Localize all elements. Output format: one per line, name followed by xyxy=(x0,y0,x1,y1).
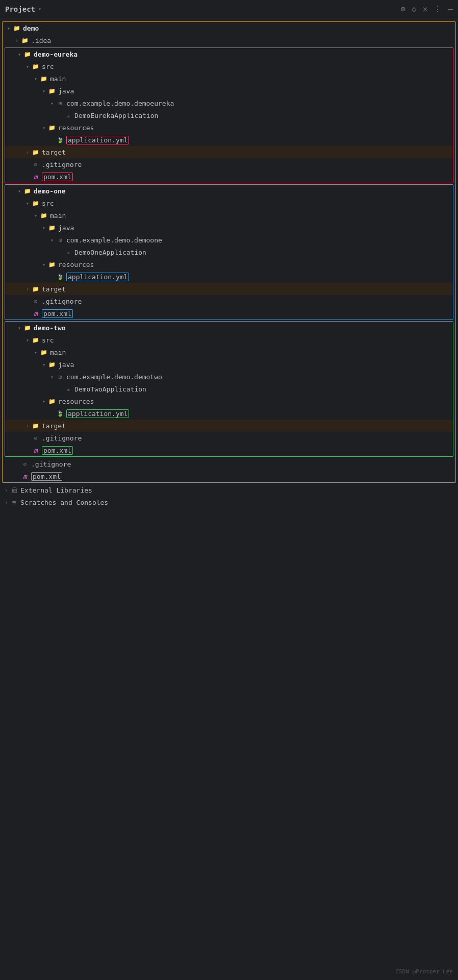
arrow-demo xyxy=(5,24,13,32)
scratches-icon: ≡ xyxy=(10,498,18,506)
demo-root-module: 📁 demo 📁 .idea 📁 demo-eureka xyxy=(2,21,456,483)
folder-icon-eureka-src: 📁 xyxy=(32,62,40,70)
tree-item-two-java[interactable]: 📁 java xyxy=(5,358,453,371)
two-src-label: src xyxy=(42,336,54,344)
close-icon[interactable]: ✕ xyxy=(423,4,428,14)
idea-label: .idea xyxy=(31,37,51,44)
chevron-down-icon[interactable]: ▾ xyxy=(38,6,41,12)
navigate-icon[interactable]: ◇ xyxy=(412,4,417,14)
folder-icon-two-target: 📁 xyxy=(32,422,40,430)
eureka-yml-label: application.yml xyxy=(66,136,129,144)
tree-item-one-resources[interactable]: 📁 resources xyxy=(5,258,453,271)
arrow-demo-two xyxy=(15,324,23,332)
eureka-pom-label: pom.xml xyxy=(42,173,73,181)
one-app-label: DemoOneApplication xyxy=(74,249,146,256)
two-resources-label: resources xyxy=(58,398,94,405)
one-gitignore-label: .gitignore xyxy=(42,298,82,305)
folder-icon-eureka-java: 📁 xyxy=(48,87,56,95)
yml-icon-one: 🍃 xyxy=(56,273,64,281)
maven-icon-root: m xyxy=(21,472,29,480)
tree-item-demo-eureka[interactable]: 📁 demo-eureka xyxy=(5,48,453,60)
header-title-group[interactable]: Project ▾ xyxy=(5,5,41,13)
tree-item-one-pom[interactable]: m pom.xml xyxy=(5,307,453,320)
two-package-label: com.example.demo.demotwo xyxy=(66,373,162,381)
tree-item-external-libraries[interactable]: 🏛 External Libraries xyxy=(0,484,458,496)
arrow-demo-one xyxy=(15,187,23,195)
arrow-eureka-src xyxy=(23,62,32,70)
menu-icon[interactable]: ⋮ xyxy=(434,4,442,14)
folder-icon-two-java: 📁 xyxy=(48,360,56,369)
eureka-app-label: DemoEurekaApplication xyxy=(74,112,158,119)
minimize-icon[interactable]: — xyxy=(448,4,453,14)
yml-icon-eureka: 🍃 xyxy=(56,136,64,144)
arrow-one-resources xyxy=(40,260,48,268)
folder-icon-demo-one: 📁 xyxy=(23,187,32,195)
arrow-one-src xyxy=(23,199,32,207)
tree-item-one-gitignore[interactable]: ⊘ .gitignore xyxy=(5,295,453,307)
tree-item-root-gitignore[interactable]: ⊘ .gitignore xyxy=(3,458,455,470)
one-java-label: java xyxy=(58,224,74,232)
eureka-java-label: java xyxy=(58,87,74,95)
tree-item-demo-one[interactable]: 📁 demo-one xyxy=(5,185,453,197)
arrow-one-target xyxy=(23,285,32,293)
arrow-two-resources xyxy=(40,397,48,405)
folder-icon-eureka-resources: 📁 xyxy=(48,124,56,132)
two-yml-label: application.yml xyxy=(66,409,129,418)
maven-icon-eureka: m xyxy=(32,173,40,181)
tree-item-two-pom[interactable]: m pom.xml xyxy=(5,444,453,456)
tree-item-eureka-pom[interactable]: m pom.xml xyxy=(5,170,453,183)
tree-item-one-package[interactable]: ⊞ com.example.demo.demoone xyxy=(5,234,453,246)
one-yml-label: application.yml xyxy=(66,273,129,281)
tree-item-two-gitignore[interactable]: ⊘ .gitignore xyxy=(5,432,453,444)
tree-item-two-package[interactable]: ⊞ com.example.demo.demotwo xyxy=(5,371,453,383)
tree-item-eureka-target[interactable]: 📁 target xyxy=(5,146,453,158)
one-src-label: src xyxy=(42,200,54,207)
external-libraries-label: External Libraries xyxy=(20,486,92,494)
tree-item-demo-one-app[interactable]: ☕ DemoOneApplication xyxy=(5,246,453,258)
tree-item-one-main[interactable]: 📁 main xyxy=(5,209,453,222)
tree-item-one-target[interactable]: 📁 target xyxy=(5,283,453,295)
demo-eureka-label: demo-eureka xyxy=(34,51,78,58)
tree-item-eureka-java[interactable]: 📁 java xyxy=(5,85,453,97)
tree-item-eureka-src[interactable]: 📁 src xyxy=(5,60,453,72)
tree-item-one-java[interactable]: 📁 java xyxy=(5,222,453,234)
tree-item-two-resources[interactable]: 📁 resources xyxy=(5,395,453,407)
tree-item-eureka-gitignore[interactable]: ⊘ .gitignore xyxy=(5,158,453,170)
add-icon[interactable]: ⊕ xyxy=(400,4,405,14)
tree-item-two-target[interactable]: 📁 target xyxy=(5,420,453,432)
tree-item-eureka-resources[interactable]: 📁 resources xyxy=(5,121,453,134)
maven-icon-one: m xyxy=(32,309,40,317)
folder-icon-one-java: 📁 xyxy=(48,224,56,232)
eureka-gitignore-label: .gitignore xyxy=(42,161,82,168)
tree-item-eureka-yml[interactable]: 🍃 application.yml xyxy=(5,134,453,146)
tree-item-one-yml[interactable]: 🍃 application.yml xyxy=(5,271,453,283)
maven-icon-two: m xyxy=(32,446,40,454)
tree-item-scratches-consoles[interactable]: ≡ Scratches and Consoles xyxy=(0,496,458,508)
arrow-two-java xyxy=(40,360,48,369)
package-icon-two: ⊞ xyxy=(56,373,64,381)
arrow-two-target xyxy=(23,422,32,430)
header-actions: ⊕ ◇ ✕ ⋮ — xyxy=(400,4,453,14)
tree-item-two-src[interactable]: 📁 src xyxy=(5,334,453,346)
folder-icon-idea: 📁 xyxy=(21,36,29,44)
tree-item-two-main[interactable]: 📁 main xyxy=(5,346,453,358)
tree-item-root-pom[interactable]: m pom.xml xyxy=(3,470,455,482)
tree-item-demo[interactable]: 📁 demo xyxy=(3,22,455,34)
java-icon-eureka-app: ☕ xyxy=(64,111,72,119)
tree-item-eureka-package[interactable]: ⊞ com.example.demo.demoeureka xyxy=(5,97,453,109)
folder-icon-demo-eureka: 📁 xyxy=(23,50,32,58)
tree-item-demo-eureka-app[interactable]: ☕ DemoEurekaApplication xyxy=(5,109,453,121)
eureka-main-label: main xyxy=(50,75,66,83)
eureka-package-label: com.example.demo.demoeureka xyxy=(66,100,174,107)
panel-title: Project xyxy=(5,5,35,13)
tree-item-demo-two[interactable]: 📁 demo-two xyxy=(5,322,453,334)
tree-item-demo-two-app[interactable]: ☕ DemoTwoApplication xyxy=(5,383,453,395)
demo-one-label: demo-one xyxy=(34,187,66,195)
tree-item-eureka-main[interactable]: 📁 main xyxy=(5,72,453,85)
arrow-eureka-package xyxy=(48,99,56,107)
tree-item-two-yml[interactable]: 🍃 application.yml xyxy=(5,407,453,420)
scratches-consoles-label: Scratches and Consoles xyxy=(20,499,108,506)
tree-item-one-src[interactable]: 📁 src xyxy=(5,197,453,209)
package-icon-one: ⊞ xyxy=(56,236,64,244)
tree-item-idea[interactable]: 📁 .idea xyxy=(3,34,455,46)
